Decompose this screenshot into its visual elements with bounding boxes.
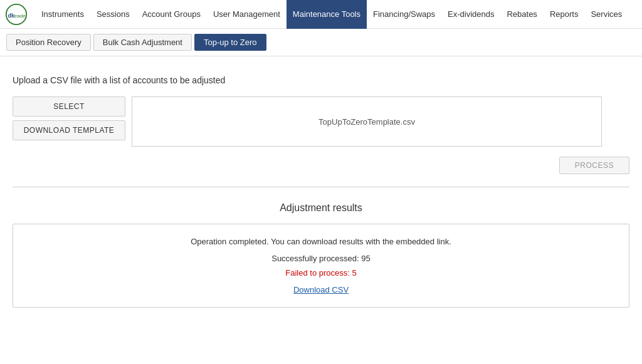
process-row: PROCESS — [13, 157, 629, 174]
results-box: Operation completed. You can download re… — [13, 224, 629, 308]
nav-items: Instruments Sessions Account Groups User… — [35, 0, 637, 29]
results-failed: Failed to process: 5 — [285, 268, 356, 278]
nav-item-reports[interactable]: Reports — [544, 0, 585, 29]
results-download-link[interactable]: Download CSV — [293, 285, 349, 294]
upload-label: Upload a CSV file with a list of account… — [13, 75, 629, 85]
upload-area: SELECT DOWNLOAD TEMPLATE TopUpToZeroTemp… — [13, 96, 629, 147]
nav-item-financing-swaps[interactable]: Financing/Swaps — [367, 0, 441, 29]
results-success-value: 95 — [361, 254, 370, 263]
upload-buttons: SELECT DOWNLOAD TEMPLATE — [13, 96, 125, 140]
subnav-topup-to-zero[interactable]: Top-up to Zero — [194, 34, 266, 51]
results-title: Adjustment results — [13, 202, 629, 214]
subnav-bulk-cash-adjustment[interactable]: Bulk Cash Adjustment — [93, 34, 192, 51]
nav-item-account-groups[interactable]: Account Groups — [136, 0, 207, 29]
file-display: TopUpToZeroTemplate.csv — [132, 96, 602, 147]
nav-item-sessions[interactable]: Sessions — [90, 0, 136, 29]
nav-item-user-management[interactable]: User Management — [207, 0, 287, 29]
nav-item-maintenance-tools[interactable]: Maintenance Tools — [287, 0, 367, 29]
results-success: Successfully processed: 95 — [271, 254, 371, 263]
results-failed-label: Failed to process: — [285, 268, 350, 278]
results-failed-value: 5 — [352, 268, 357, 278]
subnav: Position Recovery Bulk Cash Adjustment T… — [0, 29, 642, 56]
results-op-text: Operation completed. You can download re… — [191, 237, 451, 246]
divider — [13, 187, 629, 187]
navbar: dk trade Instruments Sessions Account Gr… — [0, 0, 642, 29]
nav-item-ex-dividends[interactable]: Ex-dividends — [441, 0, 500, 29]
select-button[interactable]: SELECT — [13, 96, 125, 117]
svg-text:trade: trade — [14, 13, 26, 19]
results-success-label: Successfully processed: — [271, 254, 359, 263]
download-template-button[interactable]: DOWNLOAD TEMPLATE — [13, 120, 125, 140]
process-button[interactable]: PROCESS — [559, 157, 629, 174]
main-content: Upload a CSV file with a list of account… — [0, 56, 642, 320]
subnav-position-recovery[interactable]: Position Recovery — [6, 34, 91, 51]
logo: dk trade — [5, 3, 28, 26]
nav-item-rebates[interactable]: Rebates — [500, 0, 543, 29]
nav-item-services[interactable]: Services — [584, 0, 628, 29]
nav-item-instruments[interactable]: Instruments — [35, 0, 90, 29]
